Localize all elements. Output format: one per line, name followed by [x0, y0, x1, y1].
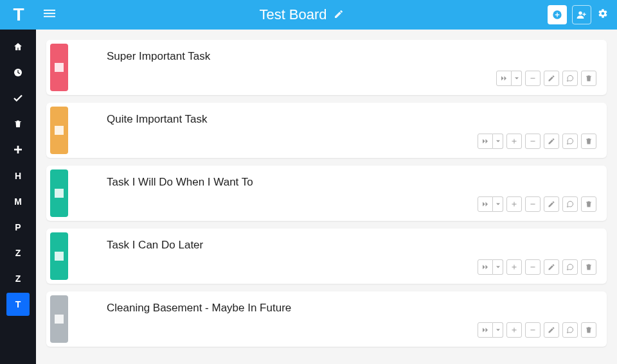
main: Test Board Super Important TaskQuite Imp…	[36, 0, 617, 364]
task-move-button[interactable]	[478, 259, 493, 275]
svg-rect-23	[512, 330, 517, 331]
task-move-menu[interactable]	[512, 71, 522, 86]
plus-icon	[13, 144, 23, 157]
task-priority-down-button[interactable]	[525, 134, 541, 149]
task-title: Super Important Task	[107, 50, 594, 63]
task-move-menu[interactable]	[493, 134, 503, 149]
add-user-button[interactable]	[572, 5, 591, 24]
task-move-menu[interactable]	[493, 196, 503, 212]
svg-rect-11	[582, 14, 586, 15]
task-actions	[478, 322, 596, 338]
svg-rect-18	[531, 204, 535, 205]
task-priority-handle[interactable]	[50, 107, 68, 154]
trash-icon	[13, 119, 22, 130]
task-priority-up-button[interactable]	[506, 322, 522, 338]
check-icon[interactable]	[6, 87, 30, 110]
svg-rect-21	[531, 267, 535, 268]
sidebar-letter: M	[14, 196, 22, 207]
task-delete-button[interactable]	[581, 259, 596, 275]
task-title: Task I Will Do When I Want To	[107, 176, 594, 189]
settings-icon[interactable]	[596, 8, 609, 21]
task-priority-down-button[interactable]	[525, 322, 541, 338]
clock-icon	[13, 67, 23, 80]
check-icon	[12, 92, 24, 106]
task-title: Quite Important Task	[107, 113, 594, 126]
task-move-button[interactable]	[478, 196, 493, 212]
checkbox-icon[interactable]	[55, 315, 64, 324]
svg-rect-15	[531, 141, 535, 142]
svg-rect-24	[531, 330, 535, 331]
task-comment-button[interactable]	[562, 259, 578, 275]
svg-rect-2	[14, 148, 22, 150]
task-comment-button[interactable]	[562, 322, 578, 338]
task-comment-button[interactable]	[562, 196, 578, 212]
sidebar-letter: Z	[15, 248, 21, 258]
svg-rect-14	[512, 141, 517, 142]
task-delete-button[interactable]	[581, 196, 596, 212]
task-priority-down-button[interactable]	[525, 259, 541, 275]
checkbox-icon[interactable]	[55, 189, 64, 198]
task-comment-button[interactable]	[562, 71, 578, 86]
task-move-button[interactable]	[496, 71, 512, 86]
task-edit-button[interactable]	[544, 196, 559, 212]
clock-icon[interactable]	[6, 62, 30, 85]
checkbox-icon[interactable]	[55, 63, 64, 72]
checkbox-icon[interactable]	[55, 252, 64, 261]
topbar: Test Board	[36, 0, 617, 30]
task-priority-handle[interactable]	[50, 295, 68, 343]
task-card[interactable]: Task I Will Do When I Want To	[46, 166, 607, 221]
home-icon	[13, 42, 23, 54]
task-card[interactable]: Task I Can Do Later	[46, 229, 607, 284]
task-move-button[interactable]	[478, 134, 493, 149]
svg-rect-12	[531, 78, 535, 79]
task-card[interactable]: Super Important Task	[46, 40, 607, 95]
task-card[interactable]: Quite Important Task	[46, 103, 607, 158]
page-title: Test Board	[259, 6, 326, 23]
board-h[interactable]: H	[6, 164, 30, 187]
task-edit-button[interactable]	[544, 134, 559, 149]
task-priority-up-button[interactable]	[506, 259, 522, 275]
plus-icon[interactable]	[6, 139, 30, 162]
add-task-button[interactable]	[548, 5, 567, 24]
menu-toggle-icon[interactable]	[44, 8, 55, 22]
board-t[interactable]: T	[6, 293, 30, 316]
board-z2[interactable]: Z	[6, 267, 30, 290]
task-priority-handle[interactable]	[50, 169, 68, 217]
app-logo[interactable]: T	[0, 0, 36, 30]
task-card[interactable]: Cleaning Basement - Maybe In Future	[46, 291, 607, 347]
board-z1[interactable]: Z	[6, 241, 30, 264]
task-edit-button[interactable]	[544, 322, 559, 338]
task-priority-handle[interactable]	[50, 232, 68, 280]
task-move-menu[interactable]	[493, 259, 503, 275]
trash-icon[interactable]	[6, 113, 30, 136]
svg-rect-4	[44, 12, 55, 13]
svg-rect-3	[44, 10, 55, 11]
task-actions	[478, 134, 596, 149]
task-priority-up-button[interactable]	[506, 134, 522, 149]
svg-rect-17	[512, 204, 517, 205]
svg-rect-20	[512, 267, 517, 268]
svg-rect-5	[44, 15, 55, 17]
home-icon[interactable]	[6, 36, 30, 59]
task-title: Cleaning Basement - Maybe In Future	[107, 302, 594, 315]
task-priority-down-button[interactable]	[525, 71, 541, 86]
task-delete-button[interactable]	[581, 322, 596, 338]
task-delete-button[interactable]	[581, 134, 596, 149]
sidebar-letter: H	[15, 171, 21, 181]
checkbox-icon[interactable]	[55, 126, 64, 135]
board-p[interactable]: P	[6, 216, 30, 239]
task-title: Task I Can Do Later	[107, 239, 594, 252]
edit-board-icon[interactable]	[334, 9, 344, 21]
task-priority-up-button[interactable]	[506, 196, 522, 212]
board-m[interactable]: M	[6, 190, 30, 213]
task-list: Super Important TaskQuite Important Task…	[36, 30, 617, 357]
task-edit-button[interactable]	[544, 259, 559, 275]
task-comment-button[interactable]	[562, 134, 578, 149]
task-delete-button[interactable]	[581, 71, 596, 86]
task-move-button[interactable]	[478, 322, 493, 338]
task-edit-button[interactable]	[544, 71, 559, 86]
task-priority-handle[interactable]	[50, 44, 68, 91]
task-move-menu[interactable]	[493, 322, 503, 338]
sidebar: T HMPZZT	[0, 0, 36, 364]
task-priority-down-button[interactable]	[525, 196, 541, 212]
